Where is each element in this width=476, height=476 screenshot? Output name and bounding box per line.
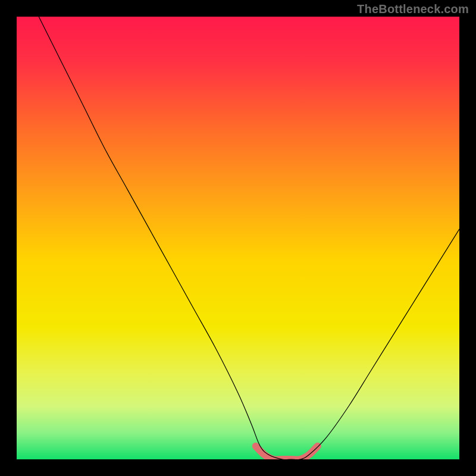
plot-area bbox=[17, 17, 459, 459]
chart-svg bbox=[17, 17, 459, 459]
chart-frame: TheBottleneck.com bbox=[0, 0, 476, 476]
watermark-text: TheBottleneck.com bbox=[357, 2, 469, 16]
